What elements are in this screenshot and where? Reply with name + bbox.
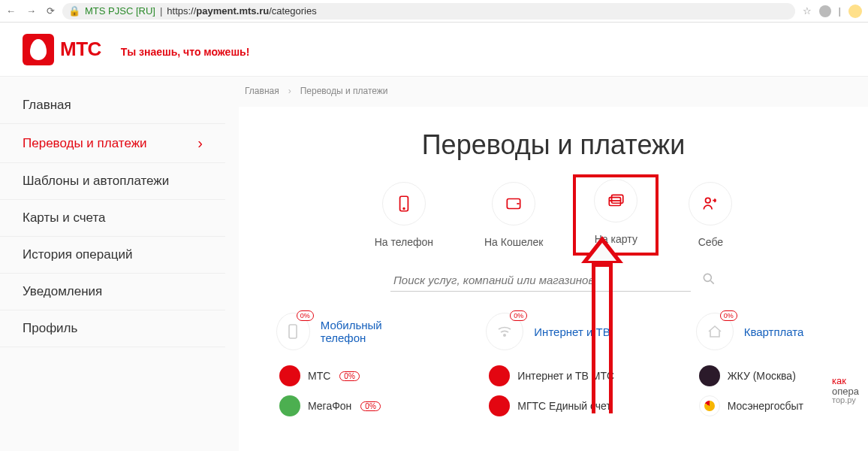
nav-forward-icon[interactable]: →: [26, 5, 36, 17]
category-title[interactable]: Квартплата: [744, 325, 804, 338]
chevron-right-icon: ›: [197, 135, 203, 152]
provider-item[interactable]: ЖКУ (Москва): [696, 361, 838, 391]
brand-slogan: Ты знаешь, что можешь!: [121, 46, 250, 58]
provider-item[interactable]: Интернет и ТВ МТС: [486, 361, 628, 391]
zero-percent-badge: 0%: [510, 310, 527, 321]
nav-reload-icon[interactable]: ⟳: [47, 5, 55, 17]
toolbar-separator: |: [839, 5, 841, 17]
provider-label: Мосэнергосбыт: [728, 400, 803, 412]
main-panel: Переводы и платежи На телефон На Кошелек: [239, 107, 868, 451]
svg-point-1: [403, 208, 405, 210]
transfer-tiles: На телефон На Кошелек На карту: [269, 182, 838, 248]
svg-point-10: [504, 334, 505, 336]
category-title[interactable]: Мобильный телефон: [321, 319, 419, 344]
category-utilities: 0% Квартплата ЖКУ (Москва) Мосэнергосбыт: [696, 313, 838, 421]
zero-percent-badge: 0%: [720, 310, 737, 321]
sidebar-item-profile[interactable]: Профиль: [0, 310, 225, 347]
provider-label: МГТС Единый счет: [517, 400, 611, 412]
provider-label: МегаФон: [308, 400, 351, 412]
tile-to-wallet[interactable]: На Кошелек: [484, 182, 543, 248]
svg-point-6: [706, 198, 711, 203]
tile-label: На Кошелек: [484, 236, 543, 248]
org-label: MTS PJSC [RU]: [85, 5, 155, 17]
search-icon[interactable]: [701, 271, 716, 289]
category-title[interactable]: Интернет и ТВ: [534, 325, 610, 338]
sidebar-item-home[interactable]: Главная: [0, 87, 225, 124]
address-field[interactable]: 🔒 MTS PJSC [RU] | https://payment.mts.ru…: [62, 3, 795, 20]
provider-label: ЖКУ (Москва): [728, 370, 796, 382]
phone-outline-icon: [382, 182, 426, 226]
tile-to-self[interactable]: Себе: [689, 182, 732, 248]
zhku-provider-icon: [699, 365, 720, 386]
tile-label: На карту: [595, 233, 637, 245]
breadcrumb-current: Переводы и платежи: [300, 86, 388, 96]
cards-icon: [594, 179, 637, 222]
sidebar-item-history[interactable]: История операций: [0, 237, 225, 274]
svg-point-7: [704, 274, 711, 281]
mts-provider-icon: [489, 365, 510, 386]
sidebar-item-cards[interactable]: Карты и счета: [0, 200, 225, 237]
tile-to-card[interactable]: На карту: [576, 177, 656, 253]
profile-avatar-icon[interactable]: [848, 5, 862, 18]
provider-item[interactable]: МТС 0%: [276, 361, 418, 391]
svg-rect-9: [289, 325, 297, 338]
provider-label: МТС: [308, 370, 330, 382]
sidebar-item-notifications[interactable]: Уведомления: [0, 274, 225, 310]
breadcrumb-root[interactable]: Главная: [245, 86, 279, 96]
mts-egg-icon: [23, 34, 54, 65]
sidebar-nav: Главная Переводы и платежи › Шаблоны и а…: [0, 77, 225, 451]
mts-provider-icon: [489, 395, 510, 416]
tile-to-phone[interactable]: На телефон: [375, 182, 433, 248]
category-mobile: 0% Мобильный телефон МТС 0% МегаФон 0%: [276, 313, 418, 421]
mobile-icon: 0%: [276, 313, 310, 350]
globe-icon[interactable]: [819, 5, 831, 17]
nav-back-icon[interactable]: ←: [6, 5, 16, 17]
house-icon: 0%: [696, 313, 734, 350]
search-input[interactable]: [390, 269, 691, 292]
breadcrumb: Главная › Переводы и платежи: [239, 86, 868, 96]
tile-label: Себе: [698, 236, 723, 248]
brand-name: МТС: [60, 38, 101, 61]
address-separator: |: [160, 5, 162, 17]
site-header: МТС Ты знаешь, что можешь!: [0, 23, 868, 77]
zero-percent-badge: 0%: [297, 310, 314, 321]
address-url: https://payment.mts.ru/categories: [167, 5, 316, 17]
wallet-icon: [492, 182, 535, 226]
bookmark-star-icon[interactable]: ☆: [803, 5, 812, 17]
provider-item[interactable]: Мосэнергосбыт: [696, 391, 838, 421]
brand-logo[interactable]: МТС: [23, 34, 101, 65]
svg-rect-4: [612, 195, 623, 203]
megafon-provider-icon: [279, 395, 300, 416]
category-internet-tv: 0% Интернет и ТВ Интернет и ТВ МТС МГТС …: [486, 313, 628, 421]
self-transfer-icon: [689, 182, 732, 226]
sidebar-item-templates[interactable]: Шаблоны и автоплатежи: [0, 163, 225, 200]
svg-line-8: [711, 281, 714, 284]
chevron-right-icon: ›: [288, 86, 291, 96]
mts-provider-icon: [279, 365, 300, 386]
sidebar-item-transfers[interactable]: Переводы и платежи ›: [0, 124, 225, 163]
zero-percent-badge: 0%: [339, 371, 359, 381]
lock-icon: 🔒: [68, 5, 80, 17]
provider-label: Интернет и ТВ МТС: [517, 370, 614, 382]
wifi-icon: 0%: [486, 313, 523, 350]
mosenergo-provider-icon: [699, 395, 720, 416]
svg-rect-3: [610, 198, 621, 206]
page-title: Переводы и платежи: [269, 129, 838, 161]
tile-label: На телефон: [375, 236, 433, 248]
provider-item[interactable]: МегаФон 0%: [276, 391, 418, 421]
zero-percent-badge: 0%: [360, 401, 380, 411]
provider-item[interactable]: МГТС Единый счет: [486, 391, 628, 421]
browser-address-bar: ← → ⟳ 🔒 MTS PJSC [RU] | https://payment.…: [0, 0, 868, 23]
